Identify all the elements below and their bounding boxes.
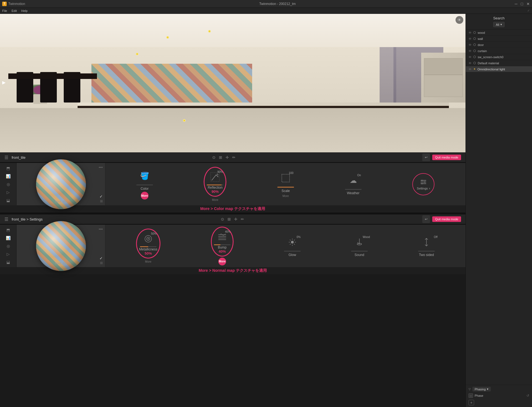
- bump-more-btn[interactable]: More: [218, 258, 226, 265]
- obj-eye-door[interactable]: 👁: [469, 43, 472, 47]
- svg-line-21: [290, 240, 291, 240]
- obj-name-wood: wood: [478, 31, 485, 34]
- sidebar-stats-icon-2[interactable]: 📊: [4, 235, 12, 241]
- phase-refresh-icon[interactable]: ↺: [526, 394, 529, 398]
- close-btn[interactable]: ✕: [526, 2, 530, 6]
- quit-media-btn-2[interactable]: Quit media mode: [432, 216, 461, 222]
- sidebar-layer-icon-2[interactable]: ◎: [4, 243, 12, 249]
- color-progress-bar: [136, 185, 153, 185]
- obj-eye-wall[interactable]: 👁: [469, 37, 472, 40]
- sidebar-stats-icon[interactable]: 📊: [4, 173, 12, 179]
- reflection-progress-bar: [207, 185, 223, 185]
- obj-item-sw[interactable]: 👁 ⬡ sw_screen-switch0: [466, 54, 532, 60]
- maximize-btn[interactable]: □: [521, 2, 523, 6]
- svg-line-0: [217, 174, 218, 175]
- right-panel: Search All ▾ 👁 ⬡ wood 👁 ⬡: [466, 14, 532, 407]
- sidebar-import-icon-2[interactable]: ⬒: [4, 227, 12, 233]
- svg-point-4: [421, 180, 423, 181]
- toolbar-move-icon-1[interactable]: ✛: [226, 155, 229, 160]
- obj-name-curtain: curtain: [478, 49, 487, 53]
- weather-control: ☁ On Weather: [345, 173, 362, 195]
- hamburger-icon-2[interactable]: ☰: [4, 217, 8, 222]
- sidebar-export-icon[interactable]: ⬓: [4, 197, 12, 203]
- sidebar-video-icon-2[interactable]: ▷: [4, 251, 12, 257]
- settings-icon: [420, 178, 427, 186]
- obj-eye-omni[interactable]: 👁: [469, 68, 472, 71]
- scale-progress-bar: [277, 187, 294, 188]
- menu-file[interactable]: File: [2, 9, 7, 12]
- scene-dot-2[interactable]: [166, 36, 169, 39]
- material-grid-btn-2[interactable]: ⊞: [100, 261, 103, 265]
- obj-item-curtain[interactable]: 👁 ⬡ curtain: [466, 48, 532, 54]
- obj-item-default[interactable]: 👁 ⬡ Default material: [466, 60, 532, 66]
- scene-dot-3[interactable]: [208, 30, 211, 33]
- menu-edit[interactable]: Edit: [12, 9, 17, 12]
- quit-media-btn-1[interactable]: Quit media mode: [432, 155, 461, 160]
- sidebar-import-icon[interactable]: ⬒: [4, 165, 12, 171]
- toolbar-move-icon-2[interactable]: ✛: [234, 217, 237, 221]
- toolbar-group-icon-1[interactable]: ⊞: [219, 155, 222, 160]
- obj-item-wood[interactable]: 👁 ⬡ wood: [466, 30, 532, 36]
- eye-button[interactable]: 👁: [456, 16, 463, 24]
- reflection-label: Reflection: [208, 186, 222, 190]
- minimize-btn[interactable]: ─: [515, 2, 518, 6]
- menu-help[interactable]: Help: [21, 9, 28, 12]
- obj-eye-sw[interactable]: 👁: [469, 55, 472, 59]
- reflection-icon: [210, 172, 220, 182]
- hamburger-icon[interactable]: ☰: [4, 155, 8, 160]
- material-more-dots-1[interactable]: •••: [99, 165, 103, 170]
- toolbar-pen-icon-1[interactable]: ✏: [232, 155, 236, 160]
- toolbar-search-icon-2[interactable]: ⊙: [221, 217, 224, 221]
- glow-value: 0%: [297, 236, 301, 239]
- scale-more-btn[interactable]: More: [283, 194, 289, 198]
- obj-icon-sw: ⬡: [473, 55, 476, 59]
- obj-item-wall[interactable]: 👁 ⬡ wall: [466, 36, 532, 42]
- material-more-dots-2[interactable]: •••: [99, 227, 103, 231]
- metallicness-more[interactable]: More: [145, 260, 152, 263]
- reflection-icon-wrap: 90%: [208, 170, 222, 184]
- svg-rect-2: [282, 174, 290, 182]
- obj-name-door: door: [478, 43, 484, 47]
- back-button-1[interactable]: ↩: [422, 153, 430, 161]
- obj-eye-default[interactable]: 👁: [469, 62, 472, 65]
- chair-3: [64, 75, 80, 103]
- material-grid-btn-1[interactable]: ⊞: [100, 199, 103, 203]
- bump-control: 40% Bump 40% More: [211, 227, 234, 265]
- obj-icon-door: ⬡: [473, 43, 476, 47]
- color-more-btn[interactable]: More: [141, 192, 149, 199]
- app-name: Twinmotion: [8, 2, 25, 6]
- sidebar-video-icon[interactable]: ▷: [4, 189, 12, 195]
- scene-dot-4[interactable]: [183, 119, 186, 122]
- svg-point-16: [291, 241, 294, 244]
- add-phasing-btn[interactable]: +: [469, 400, 474, 405]
- obj-item-omni[interactable]: 👁 ✦ Omnidirectional light: [466, 66, 532, 72]
- toolbar-group-icon-2[interactable]: ⊞: [227, 217, 231, 221]
- bump-value: 40%: [225, 230, 231, 233]
- chair-2: [40, 75, 57, 103]
- window-controls: ─ □ ✕: [515, 0, 530, 7]
- metallicness-control: 50% Metallicness 50% More: [136, 229, 160, 263]
- play-button[interactable]: ▶: [2, 80, 9, 86]
- obj-eye-wood[interactable]: 👁: [469, 31, 472, 34]
- sidebar-export-icon-2[interactable]: ⬓: [4, 259, 12, 265]
- settings-button[interactable]: Settings ›: [412, 173, 434, 195]
- room-ceiling: [0, 14, 466, 47]
- sidebar-layer-icon[interactable]: ◎: [4, 181, 12, 187]
- back-button-2[interactable]: ↩: [422, 215, 430, 223]
- all-dropdown[interactable]: All ▾: [493, 22, 504, 27]
- twosided-control: Off Two sided: [418, 235, 435, 257]
- obj-item-door[interactable]: 👁 ⬡ door: [466, 42, 532, 48]
- phasing-dropdown[interactable]: Phasing ▾: [472, 387, 491, 391]
- phasing-collapse-icon[interactable]: ▽: [469, 388, 471, 391]
- room-floor: [0, 108, 466, 152]
- scene-dot-1[interactable]: [136, 53, 139, 55]
- reflection-more-btn[interactable]: More: [212, 198, 218, 201]
- obj-eye-curtain[interactable]: 👁: [469, 49, 472, 53]
- bump-label: Bump: [218, 245, 226, 249]
- obj-name-omni: Omnidirectional light: [477, 68, 505, 71]
- settings-control[interactable]: Settings ›: [412, 173, 434, 195]
- material-name-1: front_tile: [12, 155, 25, 160]
- metallicness-fill: [140, 246, 148, 247]
- toolbar-pen-icon-2[interactable]: ✏: [241, 217, 244, 221]
- toolbar-search-icon-1[interactable]: ⊙: [212, 155, 216, 160]
